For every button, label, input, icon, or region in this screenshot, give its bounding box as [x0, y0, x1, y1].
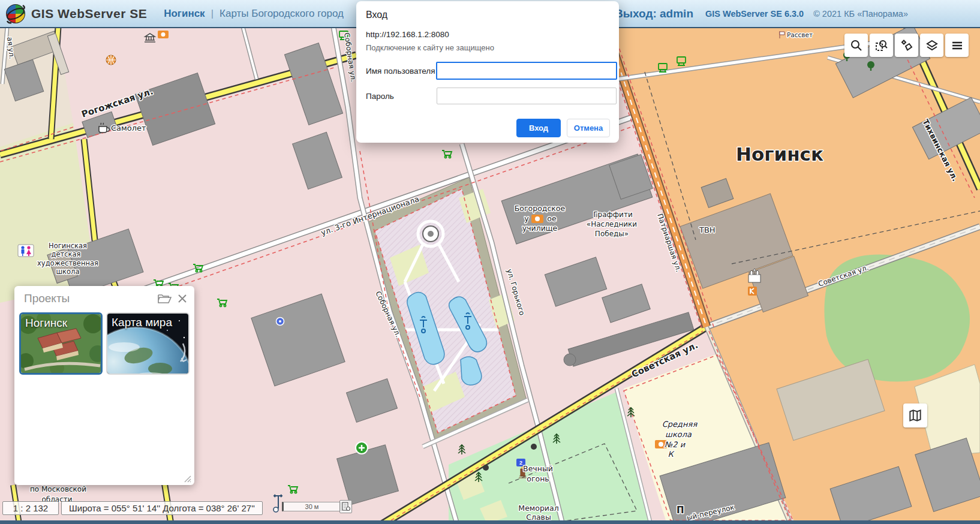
coordinates-indicator: Широта = 055° 51' 14'' Долгота = 038° 26…: [61, 501, 263, 515]
object-search-button[interactable]: [895, 34, 918, 57]
username-field[interactable]: [436, 62, 617, 80]
area-search-button[interactable]: [870, 34, 893, 57]
poi-tvn: ТВН: [699, 225, 716, 234]
map-book-button[interactable]: [903, 403, 927, 427]
layers-button[interactable]: [920, 34, 943, 57]
dialog-title: Вход: [366, 10, 387, 20]
project-thumbnail-world[interactable]: Карта мира: [106, 312, 190, 375]
scalebar: 30 м: [282, 502, 342, 511]
wc-icon: [18, 245, 34, 257]
svg-text:училище: училище: [522, 224, 558, 233]
password-label: Пароль: [366, 92, 394, 101]
svg-text:школа: школа: [665, 430, 692, 439]
svg-text:«Наследники: «Наследники: [587, 220, 637, 228]
logout-button[interactable]: Выход: admin: [615, 7, 693, 20]
city-label: Ногинск: [736, 143, 823, 165]
scalebar-label: 30 м: [305, 503, 319, 510]
app-title: GIS WebServer SE: [31, 7, 147, 21]
svg-text:Граффити: Граффити: [593, 210, 632, 219]
search-button[interactable]: [844, 34, 868, 57]
svg-text:Богородское: Богородское: [515, 204, 566, 213]
dialog-security-warning: Подключение к сайту не защищено: [366, 43, 494, 52]
projects-panel-title: Проекты: [24, 292, 157, 305]
svg-text:Средняя: Средняя: [662, 420, 698, 429]
map-book-icon: [907, 408, 923, 423]
svg-text:Вечный: Вечный: [523, 464, 553, 473]
username-label: Имя пользователя: [366, 67, 435, 76]
breadcrumb-project[interactable]: Ногинск: [164, 8, 205, 20]
version-label: GIS WebServer SE 6.3.0: [705, 9, 804, 19]
svg-text:детская: детская: [52, 250, 81, 258]
projects-panel: Проекты Ногинск: [14, 286, 194, 485]
poi-rassvet: Рассвет: [787, 31, 813, 38]
svg-text:у: у: [524, 214, 529, 223]
poi-samolet: Самолет: [111, 124, 146, 132]
svg-text:школа: школа: [56, 267, 80, 276]
kremlin-icon: [748, 287, 757, 296]
close-icon[interactable]: [178, 294, 187, 303]
add-icon: [356, 442, 368, 454]
resize-grip[interactable]: [184, 475, 191, 483]
breadcrumb: Ногинск | Карты Богородского городского: [164, 8, 344, 20]
search-icon: [849, 38, 864, 53]
marker-icon: [276, 318, 284, 326]
breadcrumb-map: Карты Богородского городского: [220, 8, 344, 20]
map-toolbar: [844, 34, 969, 57]
menu-icon: [950, 38, 964, 53]
login-button[interactable]: Вход: [516, 119, 561, 137]
scale-value: 1 : 2 132: [13, 503, 48, 513]
svg-text:художественная: художественная: [37, 259, 98, 267]
layers-icon: [925, 38, 939, 53]
ruler-button[interactable]: [339, 500, 352, 513]
globe-icon: [106, 55, 116, 65]
area-search-icon: [874, 38, 889, 53]
parking-icon: П: [677, 505, 684, 516]
svg-text:Мемориал: Мемориал: [518, 504, 558, 513]
copyright-label: © 2021 КБ «Панорама»: [813, 9, 908, 19]
project-thumbnail-noginsk[interactable]: Ногинск: [19, 312, 103, 375]
project-name: Карта мира: [112, 316, 172, 329]
password-field[interactable]: [437, 88, 617, 104]
cancel-button[interactable]: Отмена: [567, 119, 610, 137]
svg-text:Победы»: Победы»: [595, 230, 629, 238]
breadcrumb-separator: |: [211, 8, 214, 20]
svg-text:№2 и: №2 и: [665, 440, 686, 449]
auth-dialog: Вход http://192.168.1.2:8080 Подключение…: [356, 1, 619, 143]
ruler-icon: [342, 502, 350, 511]
coordinates-value: Широта = 055° 51' 14'' Долгота = 038° 26…: [69, 503, 255, 513]
dialog-url: http://192.168.1.2:8080: [366, 30, 449, 39]
svg-text:огонь: огонь: [527, 474, 549, 483]
project-name: Ногинск: [25, 317, 67, 330]
app-logo: [5, 3, 26, 25]
scale-indicator[interactable]: 1 : 2 132: [2, 501, 59, 515]
monument-number: 2: [519, 460, 522, 466]
svg-text:по Московской: по Московской: [30, 485, 86, 493]
window-bottom-edge: [0, 520, 980, 524]
menu-button[interactable]: [945, 34, 969, 57]
object-search-icon: [900, 38, 914, 53]
svg-text:ое: ое: [547, 214, 557, 223]
open-project-icon[interactable]: [157, 293, 172, 305]
gis-webserver-app: 2 Ногинск Рогожская ул.: [0, 0, 980, 524]
svg-text:Ногинская: Ногинская: [49, 242, 87, 250]
